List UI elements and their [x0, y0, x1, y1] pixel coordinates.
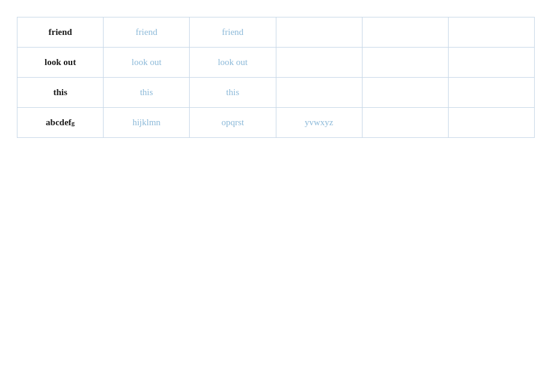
- cell-friend-1: friend: [17, 17, 104, 48]
- cell-abcdefg-4: yvwxyz: [276, 108, 362, 138]
- cell-lookout-4: [276, 48, 362, 78]
- table-row: abcdefg hijklmn opqrst yvwxyz: [17, 108, 535, 138]
- table-row: look out look out look out: [17, 48, 535, 78]
- table-row: friend friend friend: [17, 17, 535, 48]
- cell-abcdefg-3: opqrst: [190, 108, 276, 138]
- cell-friend-5: [362, 17, 448, 48]
- cell-lookout-5: [362, 48, 448, 78]
- cell-this-1: this: [17, 78, 104, 108]
- cell-friend-4: [276, 17, 362, 48]
- cell-lookout-2: look out: [104, 48, 190, 78]
- cell-lookout-1: look out: [17, 48, 104, 78]
- cell-friend-6: [448, 17, 534, 48]
- cell-abcdefg-6: [448, 108, 534, 138]
- abcdefg-small-g: g: [72, 119, 75, 126]
- main-table: friend friend friend look out look out l…: [17, 17, 535, 138]
- cell-this-6: [448, 78, 534, 108]
- cell-this-4: [276, 78, 362, 108]
- cell-lookout-6: [448, 48, 534, 78]
- cell-lookout-3: look out: [190, 48, 276, 78]
- cell-this-2: this: [104, 78, 190, 108]
- cell-abcdefg-1: abcdefg: [17, 108, 104, 138]
- cell-friend-3: friend: [190, 17, 276, 48]
- cell-abcdefg-2: hijklmn: [104, 108, 190, 138]
- cell-abcdefg-5: [362, 108, 448, 138]
- table-row: this this this: [17, 78, 535, 108]
- cell-this-5: [362, 78, 448, 108]
- abcdefg-text: abcdef: [46, 117, 72, 127]
- cell-friend-2: friend: [104, 17, 190, 48]
- cell-this-3: this: [190, 78, 276, 108]
- table-container: friend friend friend look out look out l…: [17, 17, 537, 138]
